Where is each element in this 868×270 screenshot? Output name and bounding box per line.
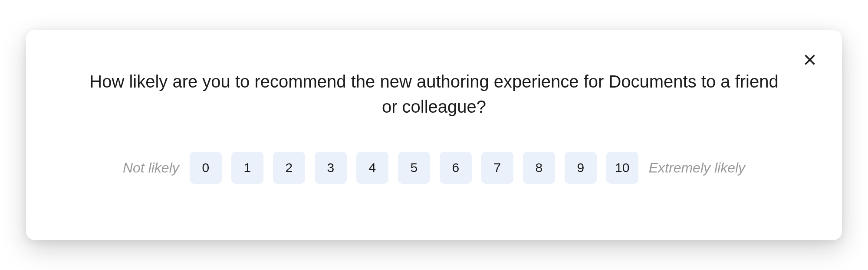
rating-button-1[interactable]: 1 — [231, 152, 263, 184]
close-icon — [802, 52, 818, 68]
rating-button-5[interactable]: 5 — [398, 152, 430, 184]
rating-button-8[interactable]: 8 — [523, 152, 555, 184]
rating-button-0[interactable]: 0 — [190, 152, 222, 184]
rating-button-4[interactable]: 4 — [356, 152, 388, 184]
rating-scale-row: Not likely 0 1 2 3 4 5 6 7 8 9 10 Extrem… — [61, 152, 807, 184]
rating-button-7[interactable]: 7 — [481, 152, 513, 184]
scale-low-label: Not likely — [123, 160, 179, 176]
rating-button-9[interactable]: 9 — [565, 152, 597, 184]
rating-button-3[interactable]: 3 — [315, 152, 347, 184]
nps-survey-modal: How likely are you to recommend the new … — [26, 30, 842, 240]
close-button[interactable] — [799, 49, 820, 70]
scale-high-label: Extremely likely — [649, 160, 745, 176]
rating-button-6[interactable]: 6 — [440, 152, 472, 184]
rating-button-10[interactable]: 10 — [606, 152, 638, 184]
rating-buttons-group: 0 1 2 3 4 5 6 7 8 9 10 — [190, 152, 638, 184]
rating-button-2[interactable]: 2 — [273, 152, 305, 184]
survey-question: How likely are you to recommend the new … — [82, 69, 786, 119]
